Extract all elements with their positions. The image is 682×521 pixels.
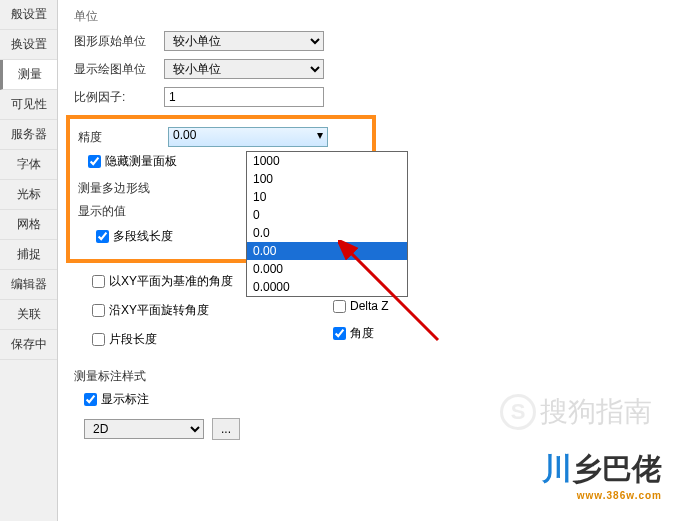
sidebar-item-grid[interactable]: 网格 <box>0 210 57 240</box>
angle-label: 角度 <box>350 325 374 342</box>
delta-z-checkbox[interactable] <box>333 300 346 313</box>
precision-option-0p000[interactable]: 0.000 <box>247 260 407 278</box>
sidebar-item-saving[interactable]: 保存中 <box>0 330 57 360</box>
show-annot-checkbox[interactable] <box>84 393 97 406</box>
precision-value: 0.00 <box>173 128 196 142</box>
precision-option-10[interactable]: 10 <box>247 188 407 206</box>
sidebar-item-server[interactable]: 服务器 <box>0 120 57 150</box>
sidebar-item-font[interactable]: 字体 <box>0 150 57 180</box>
precision-dropdown: 1000 100 10 0 0.0 0.00 0.000 0.0000 <box>246 151 408 297</box>
precision-option-0p0000[interactable]: 0.0000 <box>247 278 407 296</box>
precision-label: 精度 <box>78 129 168 146</box>
chevron-down-icon: ▾ <box>317 128 323 142</box>
orig-unit-select[interactable]: 较小单位 <box>164 31 324 51</box>
annot-title: 测量标注样式 <box>74 368 666 385</box>
main-panel: 单位 图形原始单位 较小单位 显示绘图单位 较小单位 比例因子: 精度 0.00… <box>58 0 682 521</box>
section-unit-title: 单位 <box>74 8 666 25</box>
angle-checkbox[interactable] <box>333 327 346 340</box>
settings-sidebar: 般设置 换设置 测量 可见性 服务器 字体 光标 网格 捕捉 编辑器 关联 保存… <box>0 0 58 521</box>
scale-input[interactable] <box>164 87 324 107</box>
watermark-386w: 川乡巴佬 www.386w.com <box>542 449 662 501</box>
polyline-len-checkbox[interactable] <box>96 230 109 243</box>
draw-unit-label: 显示绘图单位 <box>74 61 164 78</box>
segment-len-checkbox[interactable] <box>92 333 105 346</box>
sidebar-item-measure[interactable]: 测量 <box>0 60 57 90</box>
show-annot-label: 显示标注 <box>101 391 149 408</box>
sidebar-item-cursor[interactable]: 光标 <box>0 180 57 210</box>
segment-len-label: 片段长度 <box>109 331 157 348</box>
sidebar-item-convert[interactable]: 换设置 <box>0 30 57 60</box>
polyline-len-label: 多段线长度 <box>113 228 173 245</box>
precision-option-0[interactable]: 0 <box>247 206 407 224</box>
xy-plane-label: 以XY平面为基准的角度 <box>109 273 233 290</box>
precision-option-100[interactable]: 100 <box>247 170 407 188</box>
scale-label: 比例因子: <box>74 89 164 106</box>
precision-highlight-box: 精度 0.00 ▾ 1000 100 10 0 0.0 0.00 0.000 0… <box>66 115 376 263</box>
watermark-sogou: S 搜狗指南 <box>500 393 652 431</box>
show-values-label: 显示的值 <box>78 203 168 220</box>
xy-plane-checkbox[interactable] <box>92 275 105 288</box>
sogou-logo-icon: S <box>500 394 536 430</box>
sidebar-item-visibility[interactable]: 可见性 <box>0 90 57 120</box>
sidebar-item-relation[interactable]: 关联 <box>0 300 57 330</box>
xy-rotate-label: 沿XY平面旋转角度 <box>109 302 209 319</box>
hide-area-label: 隐藏测量面板 <box>105 153 177 170</box>
precision-option-1000[interactable]: 1000 <box>247 152 407 170</box>
sidebar-item-editor[interactable]: 编辑器 <box>0 270 57 300</box>
sidebar-item-general[interactable]: 般设置 <box>0 0 57 30</box>
orig-unit-label: 图形原始单位 <box>74 33 164 50</box>
sidebar-item-snap[interactable]: 捕捉 <box>0 240 57 270</box>
draw-unit-select[interactable]: 较小单位 <box>164 59 324 79</box>
precision-option-0p0[interactable]: 0.0 <box>247 224 407 242</box>
xy-rotate-checkbox[interactable] <box>92 304 105 317</box>
precision-option-0p00[interactable]: 0.00 <box>247 242 407 260</box>
precision-select[interactable]: 0.00 ▾ <box>168 127 328 147</box>
hide-area-checkbox[interactable] <box>88 155 101 168</box>
browse-button[interactable]: ... <box>212 418 240 440</box>
delta-z-label: Delta Z <box>350 299 389 313</box>
dim-mode-select[interactable]: 2D <box>84 419 204 439</box>
